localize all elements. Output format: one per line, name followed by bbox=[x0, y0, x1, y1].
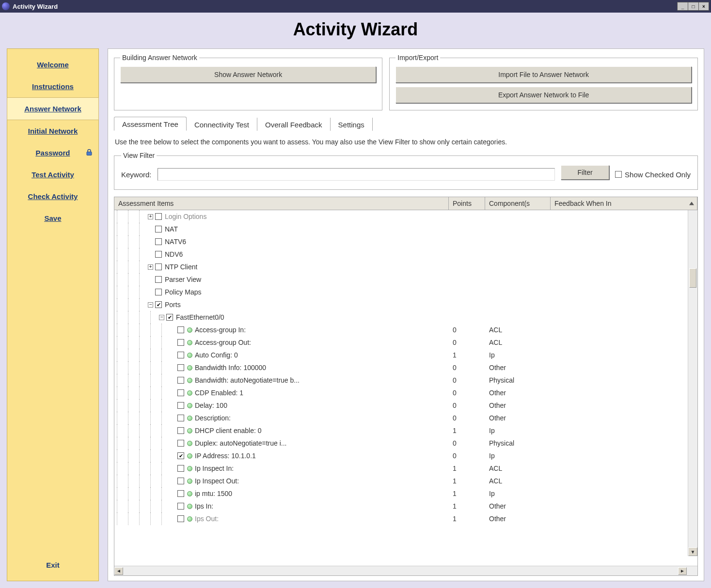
tree-row[interactable]: Bandwidth: autoNegotiate=true b...0Physi… bbox=[114, 374, 687, 387]
show-checked-only-checkbox[interactable]: Show Checked Only bbox=[615, 170, 691, 179]
tree-row[interactable]: Parser View bbox=[114, 273, 687, 286]
tree-row[interactable]: IP Address: 10.1.0.10Ip bbox=[114, 449, 687, 462]
tree-joint-icon bbox=[170, 365, 175, 371]
tree-row[interactable]: Access-group Out:0ACL bbox=[114, 336, 687, 349]
tree-checkbox[interactable] bbox=[177, 465, 184, 472]
scroll-down-arrow-icon[interactable]: ▼ bbox=[688, 547, 697, 556]
tree-checkbox[interactable] bbox=[177, 515, 184, 522]
tree-checkbox[interactable] bbox=[177, 339, 184, 346]
tree-row[interactable]: Auto Config: 01Ip bbox=[114, 349, 687, 361]
keyword-input[interactable] bbox=[158, 168, 555, 181]
tree-checkbox[interactable] bbox=[166, 314, 173, 321]
tree-row[interactable]: Delay: 1000Other bbox=[114, 399, 687, 412]
sidebar-item-check-activity[interactable]: Check Activity bbox=[7, 186, 98, 207]
tree-joint-icon bbox=[170, 516, 175, 522]
show-answer-network-button[interactable]: Show Answer Network bbox=[120, 66, 376, 83]
sidebar-item-welcome[interactable]: Welcome bbox=[7, 54, 98, 76]
scroll-right-arrow-icon[interactable]: ► bbox=[678, 567, 687, 575]
close-button[interactable]: × bbox=[698, 2, 709, 11]
tree-row[interactable]: DHCP client enable: 01Ip bbox=[114, 424, 687, 437]
sidebar-exit[interactable]: Exit bbox=[7, 554, 98, 576]
tree-joint-icon bbox=[170, 353, 175, 358]
tab-overall-feedback[interactable]: Overall Feedback bbox=[257, 118, 331, 131]
collapse-icon[interactable]: − bbox=[148, 302, 153, 308]
minimize-button[interactable]: _ bbox=[677, 2, 688, 11]
tree-checkbox[interactable] bbox=[177, 377, 184, 384]
horizontal-scrollbar[interactable]: ◄ ► bbox=[114, 566, 697, 575]
maximize-button[interactable]: □ bbox=[688, 2, 698, 11]
tree-row[interactable]: Ips Out:1Other bbox=[114, 512, 687, 525]
col-feedback[interactable]: Feedback When In bbox=[551, 197, 697, 210]
tree-checkbox[interactable] bbox=[155, 263, 162, 270]
tree-row[interactable]: ip mtu: 15001Ip bbox=[114, 487, 687, 500]
tree-row[interactable]: NAT bbox=[114, 223, 687, 235]
tree-row[interactable]: +Login Options bbox=[114, 210, 687, 223]
view-filter-group: View Filter Keyword: Filter Show Checked… bbox=[114, 152, 698, 190]
tree-checkbox[interactable] bbox=[155, 238, 162, 245]
sidebar-item-label: Instructions bbox=[32, 82, 74, 91]
sidebar-item-password[interactable]: Password bbox=[7, 142, 98, 164]
tree-checkbox[interactable] bbox=[155, 213, 162, 220]
tree-item-label: CDP Enabled: 1 bbox=[195, 389, 243, 397]
tree-row[interactable]: Ips In:1Other bbox=[114, 500, 687, 512]
tree-checkbox[interactable] bbox=[177, 389, 184, 396]
sidebar-item-initial-network[interactable]: Initial Network bbox=[7, 120, 98, 142]
tree-row[interactable]: −Ports bbox=[114, 298, 687, 311]
tab-assessment-tree[interactable]: Assessment Tree bbox=[114, 117, 187, 131]
tree-row[interactable]: Duplex: autoNegotiate=true i...0Physical bbox=[114, 437, 687, 449]
tree-checkbox[interactable] bbox=[177, 415, 184, 421]
sidebar-item-save[interactable]: Save bbox=[7, 207, 98, 229]
col-assessment-items[interactable]: Assessment Items bbox=[114, 197, 449, 210]
tree-checkbox[interactable] bbox=[177, 427, 184, 434]
tree-row[interactable]: Ip Inspect Out:1ACL bbox=[114, 475, 687, 487]
tree-row[interactable]: Description:0Other bbox=[114, 412, 687, 424]
assessment-tree: Assessment Items Points Component(s Feed… bbox=[114, 197, 698, 576]
tree-checkbox[interactable] bbox=[177, 352, 184, 358]
tree-item-label: Ips Out: bbox=[195, 515, 219, 523]
tree-checkbox[interactable] bbox=[155, 301, 162, 308]
tree-checkbox[interactable] bbox=[155, 226, 162, 232]
sidebar-item-instructions[interactable]: Instructions bbox=[7, 76, 98, 97]
col-points[interactable]: Points bbox=[449, 197, 485, 210]
tree-item-label: Access-group In: bbox=[195, 326, 246, 334]
tree-checkbox[interactable] bbox=[177, 326, 184, 333]
collapse-icon[interactable]: − bbox=[159, 315, 164, 320]
tree-checkbox[interactable] bbox=[177, 402, 184, 409]
tree-row[interactable]: −FastEthernet0/0 bbox=[114, 311, 687, 324]
view-filter-row: Keyword: Filter Show Checked Only bbox=[121, 165, 691, 184]
expand-icon[interactable]: + bbox=[148, 264, 153, 270]
tree-checkbox[interactable] bbox=[155, 276, 162, 283]
scrollbar-thumb[interactable] bbox=[689, 268, 696, 288]
filter-button[interactable]: Filter bbox=[561, 165, 609, 180]
tab-connectivity-test[interactable]: Connectivity Test bbox=[187, 118, 257, 131]
tab-settings[interactable]: Settings bbox=[331, 118, 373, 131]
tree-row[interactable]: Ip Inspect In:1ACL bbox=[114, 462, 687, 475]
show-checked-label: Show Checked Only bbox=[625, 170, 691, 179]
tree-row[interactable]: CDP Enabled: 10Other bbox=[114, 387, 687, 399]
tree-checkbox[interactable] bbox=[177, 478, 184, 484]
export-file-button[interactable]: Export Answer Network to File bbox=[395, 87, 692, 103]
sidebar-item-test-activity[interactable]: Test Activity bbox=[7, 164, 98, 186]
tree-joint-icon bbox=[170, 403, 175, 408]
tree-checkbox[interactable] bbox=[177, 452, 184, 459]
scroll-left-arrow-icon[interactable]: ◄ bbox=[114, 567, 123, 575]
tree-checkbox[interactable] bbox=[177, 440, 184, 447]
tree-checkbox[interactable] bbox=[177, 490, 184, 497]
tree-row[interactable]: +NTP Client bbox=[114, 261, 687, 273]
tree-checkbox[interactable] bbox=[177, 503, 184, 510]
sidebar-item-answer-network[interactable]: Answer Network bbox=[7, 97, 99, 120]
tree-checkbox[interactable] bbox=[177, 364, 184, 371]
tree-row[interactable]: Bandwidth Info: 1000000Other bbox=[114, 361, 687, 374]
import-file-button[interactable]: Import File to Answer Network bbox=[395, 66, 692, 83]
tree-row[interactable]: Policy Maps bbox=[114, 286, 687, 298]
tree-joint-icon bbox=[170, 453, 175, 459]
col-components[interactable]: Component(s bbox=[485, 197, 551, 210]
tree-row[interactable]: NATV6 bbox=[114, 235, 687, 248]
tree-checkbox[interactable] bbox=[155, 289, 162, 295]
tree-joint-icon bbox=[170, 441, 175, 446]
tree-checkbox[interactable] bbox=[155, 251, 162, 258]
vertical-scrollbar[interactable]: ▼ bbox=[688, 210, 697, 556]
expand-icon[interactable]: + bbox=[148, 214, 153, 219]
tree-row[interactable]: Access-group In:0ACL bbox=[114, 324, 687, 336]
tree-row[interactable]: NDV6 bbox=[114, 248, 687, 261]
